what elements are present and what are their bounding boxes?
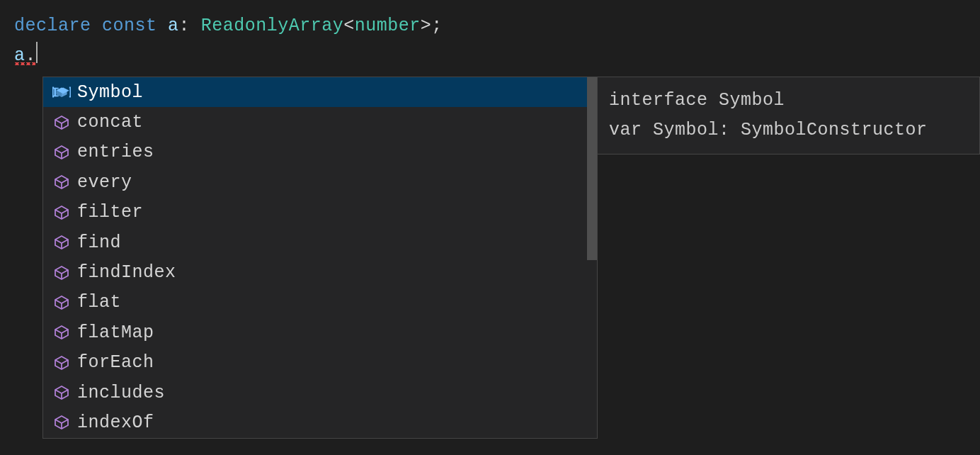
suggest-item-concat[interactable]: concat <box>43 107 597 137</box>
suggest-item-label: every <box>77 172 132 193</box>
suggest-item-flat[interactable]: flat <box>43 288 597 318</box>
suggest-item-flatmap[interactable]: flatMap <box>43 318 597 347</box>
suggest-item-every[interactable]: every <box>43 167 597 197</box>
suggest-item-includes[interactable]: includes <box>43 378 597 408</box>
token-declare: declare <box>14 16 91 36</box>
suggest-item-indexof[interactable]: indexOf <box>43 408 597 437</box>
method-icon <box>52 353 72 373</box>
token-colon: : <box>179 16 190 36</box>
method-icon <box>52 383 72 403</box>
code-line-1: declare const a: ReadonlyArray<number>; <box>14 11 966 41</box>
suggest-item-label: entries <box>77 142 154 162</box>
method-icon <box>52 232 72 252</box>
method-icon <box>52 263 72 283</box>
method-icon <box>52 172 72 192</box>
suggest-item-label: findIndex <box>77 262 176 283</box>
token-type: ReadonlyArray <box>201 16 344 36</box>
token-lt: < <box>343 16 355 36</box>
method-icon <box>52 142 72 162</box>
suggest-item-label: filter <box>77 202 143 223</box>
details-line-2: var Symbol: SymbolConstructor <box>609 116 968 145</box>
method-icon <box>52 113 72 133</box>
suggest-item-label: concat <box>77 112 143 133</box>
error-squiggle <box>14 62 35 65</box>
code-line-2: a. <box>14 41 966 71</box>
method-icon <box>52 412 72 432</box>
method-icon <box>52 293 72 313</box>
suggest-item-findindex[interactable]: findIndex <box>43 257 597 287</box>
suggest-item-label: flatMap <box>77 322 154 343</box>
suggest-item-entries[interactable]: entries <box>43 137 597 167</box>
method-icon <box>52 322 72 342</box>
suggest-widget[interactable]: SymbolconcatentrieseveryfilterfindfindIn… <box>42 77 980 439</box>
suggest-item-symbol[interactable]: Symbol <box>43 77 597 107</box>
suggest-item-foreach[interactable]: forEach <box>43 348 597 378</box>
token-gt: > <box>421 16 432 36</box>
details-line-1: interface Symbol <box>609 86 968 116</box>
token-typearg: number <box>355 16 421 36</box>
scrollbar-thumb[interactable] <box>587 77 597 260</box>
code-editor[interactable]: declare const a: ReadonlyArray<number>; … <box>0 0 980 82</box>
suggest-item-label: forEach <box>77 352 154 373</box>
suggest-listbox[interactable]: SymbolconcatentrieseveryfilterfindfindIn… <box>42 77 598 439</box>
token-const: const <box>102 16 157 36</box>
method-icon <box>52 203 72 223</box>
suggest-item-label: indexOf <box>77 412 154 433</box>
token-varname: a <box>168 16 179 36</box>
token-semi: ; <box>431 16 443 36</box>
text-cursor <box>36 42 38 63</box>
interface-icon <box>52 82 72 102</box>
suggest-item-find[interactable]: find <box>43 228 597 257</box>
suggest-item-label: Symbol <box>77 82 143 103</box>
suggest-item-filter[interactable]: filter <box>43 198 597 228</box>
suggest-item-label: find <box>77 232 121 253</box>
suggest-details: interface Symbol var Symbol: SymbolConst… <box>598 77 980 155</box>
suggest-item-label: flat <box>77 292 121 313</box>
suggest-item-label: includes <box>77 383 165 403</box>
